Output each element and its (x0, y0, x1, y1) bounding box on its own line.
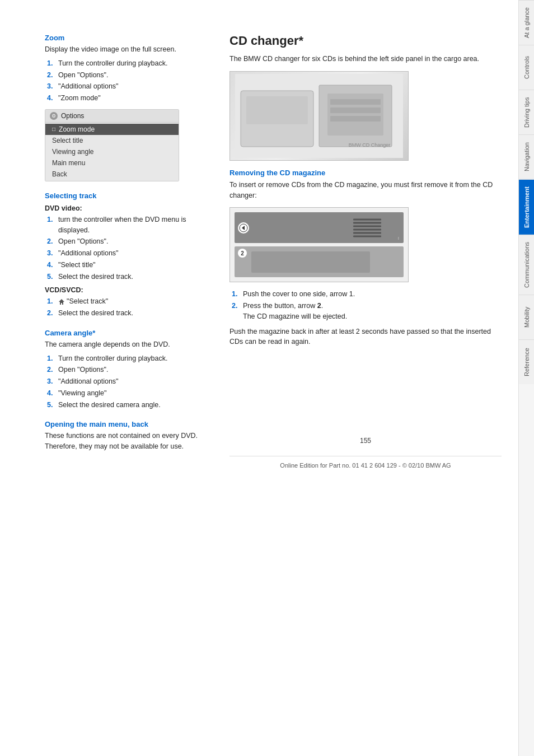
list-item: 1. "Select track" (45, 296, 213, 307)
removing-cd-title: Removing the CD magazine (229, 169, 502, 177)
dvd-label: DVD video: (45, 204, 213, 212)
options-header: ⚙ Options (45, 110, 179, 123)
page-number: 155 (229, 437, 502, 445)
sidebar-tab-entertainment[interactable]: Entertainment (519, 179, 534, 235)
list-item: 3. "Additional options" (45, 81, 213, 92)
list-item: 5. Select the desired track. (45, 272, 213, 282)
arrow-1-badge (238, 222, 249, 234)
cd-note: Push the magazine back in after at least… (229, 326, 502, 348)
cd-changer-title: CD changer* (229, 34, 502, 48)
cd-changer-image: BMW CD Changer (229, 71, 409, 161)
options-icon: ⚙ (50, 112, 58, 120)
cd-unit-top: I (235, 212, 404, 243)
arrow-2-badge: 2 (238, 249, 247, 258)
list-item: 1. Turn the controller during playback. (45, 353, 213, 364)
dvd-steps: 1. turn the controller when the DVD menu… (45, 214, 213, 282)
cd-unit-bottom: 2 (235, 246, 404, 277)
list-item: 3. "Additional options" (45, 376, 213, 387)
svg-rect-8 (330, 116, 381, 122)
vcd-label: VCD/SVCD: (45, 286, 213, 294)
camera-angle-desc: The camera angle depends on the DVD. (45, 339, 213, 350)
list-item: 3. "Additional options" (45, 248, 213, 259)
opening-main-menu-desc: These functions are not contained on eve… (45, 431, 213, 452)
svg-text:BMW CD Changer: BMW CD Changer (349, 142, 391, 148)
opening-main-menu-title: Opening the main menu, back (45, 420, 213, 428)
sidebar-tab-at-a-glance[interactable]: At a glance (519, 0, 534, 45)
sidebar-tab-reference[interactable]: Reference (519, 339, 534, 384)
sidebar-tabs: At a glance Controls Driving tips Naviga… (518, 0, 534, 756)
camera-steps: 1. Turn the controller during playback. … (45, 353, 213, 410)
zoom-desc: Display the video image on the full scre… (45, 44, 213, 55)
sidebar-tab-driving-tips[interactable]: Driving tips (519, 90, 534, 134)
zoom-steps: 1. Turn the controller during playback. … (45, 58, 213, 104)
list-item: 1. Turn the controller during playback. (45, 58, 213, 69)
home-icon (58, 298, 65, 305)
list-item: 1. Push the cover to one side, arrow 1. (229, 289, 502, 300)
removing-cd-magazine-section: Removing the CD magazine To insert or re… (229, 169, 502, 347)
cd-magazine-image: I 2 (229, 207, 409, 282)
camera-angle-title: Camera angle* (45, 329, 213, 337)
list-item: 4. "Zoom mode" (45, 93, 213, 104)
sidebar-tab-navigation[interactable]: Navigation (519, 134, 534, 179)
cd-changer-section: CD changer* The BMW CD changer for six C… (229, 34, 502, 347)
menu-item-viewing-angle: Viewing angle (45, 146, 179, 157)
removing-cd-desc: To insert or remove CDs from the CD maga… (229, 180, 502, 201)
list-item: 2. Open "Options". (45, 365, 213, 375)
list-item: 2. Press the button, arrow 2.The CD maga… (229, 301, 502, 322)
menu-item-zoom: Zoom mode (45, 124, 179, 135)
svg-rect-7 (330, 108, 381, 113)
menu-item-select-title: Select title (45, 135, 179, 146)
list-item: 4. "Select title" (45, 260, 213, 270)
sidebar-tab-communications[interactable]: Communications (519, 235, 534, 295)
cd-changer-desc: The BMW CD changer for six CDs is behind… (229, 54, 502, 64)
list-item: 2. Open "Options". (45, 70, 213, 81)
list-item: 5. Select the desired camera angle. (45, 400, 213, 410)
zoom-title: Zoom (45, 34, 213, 42)
list-item: 1. turn the controller when the DVD menu… (45, 214, 213, 236)
sidebar-tab-mobility[interactable]: Mobility (519, 295, 534, 339)
camera-angle-section: Camera angle* The camera angle depends o… (45, 329, 213, 410)
page-container: Zoom Display the video image on the full… (0, 0, 534, 756)
options-menu: Zoom mode Select title Viewing angle Mai… (45, 123, 179, 181)
selecting-track-section: Selecting track DVD video: 1. turn the c… (45, 192, 213, 319)
opening-main-menu-section: Opening the main menu, back These functi… (45, 420, 213, 452)
menu-item-back: Back (45, 169, 179, 180)
page-footer: 155 Online Edition for Part no. 01 41 2 … (229, 437, 502, 474)
left-column: Zoom Display the video image on the full… (45, 34, 213, 734)
cd-steps: 1. Push the cover to one side, arrow 1. … (229, 289, 502, 321)
vcd-steps: 1. "Select track" 2. Select the desired … (45, 296, 213, 319)
zoom-section: Zoom Display the video image on the full… (45, 34, 213, 181)
svg-rect-6 (330, 99, 381, 105)
main-content: Zoom Display the video image on the full… (0, 0, 518, 756)
list-item: 2. Select the desired track. (45, 308, 213, 319)
footer-text: Online Edition for Part no. 01 41 2 604 … (229, 456, 502, 474)
options-menu-screenshot: ⚙ Options Zoom mode Select title Viewing… (45, 109, 179, 181)
list-item: 4. "Viewing angle" (45, 388, 213, 399)
car-image-svg: BMW CD Changer (235, 74, 403, 158)
selecting-track-title: Selecting track (45, 192, 213, 200)
svg-marker-0 (59, 299, 64, 305)
sidebar-tab-controls[interactable]: Controls (519, 45, 534, 90)
list-item: 2. Open "Options". (45, 236, 213, 247)
right-column: CD changer* The BMW CD changer for six C… (229, 34, 502, 734)
menu-item-main-menu: Main menu (45, 157, 179, 169)
svg-rect-3 (246, 96, 308, 124)
